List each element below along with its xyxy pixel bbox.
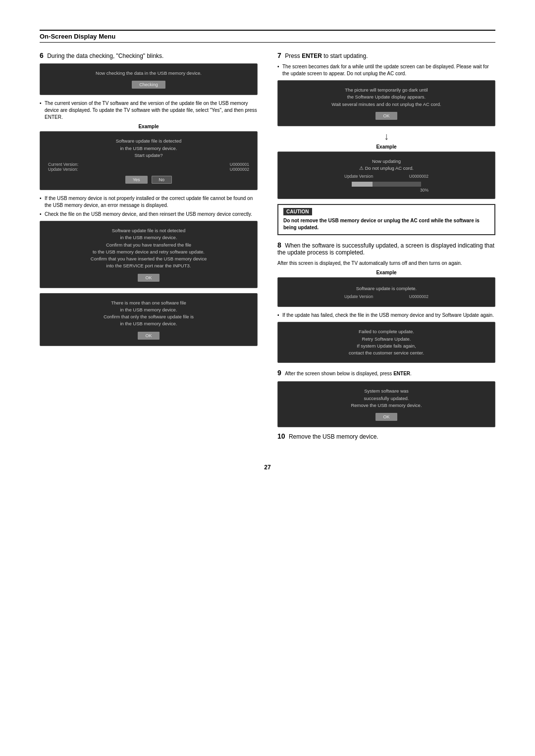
step6-update-version-val: U0000002 [230, 167, 249, 172]
caution-text: Do not remove the USB memory device or u… [283, 217, 489, 231]
step9-num: 9 [277, 369, 281, 377]
step6-screen3: Software update file is not detected in … [40, 221, 258, 288]
step6-s4-l2: in the USB memory device. [104, 306, 194, 313]
step7-s1-l1: The picture will temporarily go dark unt… [331, 87, 441, 94]
step6-yes-btn[interactable]: Yes [125, 176, 148, 184]
step7-screen2: Now updating ⚠ Do not unplug AC cord. Up… [277, 151, 495, 200]
step8-screen1: Software update is complete. Update Vers… [277, 277, 495, 307]
step6-bullet1: The current version of the TV software a… [40, 100, 258, 121]
section-title: On-Screen Display Menu [40, 33, 495, 40]
step6-s3-l5: Confirm that you have inserted the USB m… [91, 255, 207, 262]
step6-screen2-line1: Software update file is detected [116, 138, 182, 145]
step7-num: 7 [277, 51, 281, 59]
step6-s3-l4: to the USB memory device and retry softw… [91, 249, 207, 255]
step6-example-label1: Example [40, 124, 258, 129]
step6-screen1-btn-row: Checking [132, 81, 165, 89]
step6-bullet3: Check the file on the USB memory device,… [40, 211, 258, 218]
step6-s3-l3: Confirm that you have transferred the fi… [91, 242, 207, 249]
step10-heading: 10 Remove the USB memory device. [277, 432, 495, 440]
step6-screen3-ok-btn[interactable]: OK [138, 274, 159, 282]
step6-s3-l6: into the SERVICE port near the INPUT3. [91, 262, 207, 269]
step7-update-version-val: U0000002 [409, 174, 428, 179]
step6-heading: 6 During the data checking, "Checking" b… [40, 51, 258, 59]
step7-update-version-label: Update Version [344, 174, 373, 179]
step10-title: Remove the USB memory device. [289, 433, 378, 440]
step6-num: 6 [40, 51, 44, 59]
step7-s2-l1: Now updating [359, 158, 414, 165]
step8-s2-l4: contact the customer service center. [349, 350, 424, 356]
step6-screen2-line2: in the USB memory device. [116, 145, 182, 152]
step7-bullet1: The screen becomes dark for a while unti… [277, 63, 495, 77]
arrow-down-icon: ↓ [277, 131, 495, 141]
step6-bullet-list-1: The current version of the TV software a… [40, 100, 258, 121]
step6-update-version-label: Update Version: [48, 167, 78, 172]
step6-no-btn[interactable]: No [152, 176, 172, 184]
step10-num: 10 [277, 432, 285, 440]
caution-box: CAUTION Do not remove the USB memory dev… [277, 204, 495, 235]
step6-current-version-val: U0000001 [230, 162, 249, 167]
step8-s2-l1: Failed to complete update. [349, 328, 424, 335]
step8-screen2: Failed to complete update. Retry Softwar… [277, 322, 495, 363]
step8-heading: 8 When the software is successfully upda… [277, 241, 495, 256]
step8-s1-l1: Software update is complete. [356, 285, 417, 292]
step8-bullet1: If the update has failed, check the file… [277, 312, 495, 319]
step6-s4-l4: in the USB memory device. [104, 320, 194, 327]
page-number: 27 [40, 464, 495, 471]
step7-progress-bar [352, 182, 421, 187]
step8-update-version-val: U0000002 [409, 294, 428, 299]
step7-screen1-ok-btn[interactable]: OK [375, 112, 397, 120]
step7-screen1: The picture will temporarily go dark unt… [277, 80, 495, 126]
step8-s2-l3: If system Update fails again, [349, 343, 424, 350]
left-column: 6 During the data checking, "Checking" b… [40, 51, 258, 444]
step6-screen4: There is more than one software file in … [40, 293, 258, 346]
step7-s2-l2: ⚠ Do not unplug AC cord. [359, 165, 414, 172]
step6-screen4-ok-btn[interactable]: OK [138, 332, 159, 340]
step9-s1-l3: Remove the USB memory device. [351, 402, 422, 409]
step7-heading: 7 Press ENTER to start updating. [277, 51, 495, 59]
step6-s4-l1: There is more than one software file [104, 300, 194, 306]
step8-num: 8 [277, 241, 281, 249]
step6-checking-btn[interactable]: Checking [132, 81, 165, 89]
step7-s1-l2: the Software Update display appears. [331, 94, 441, 101]
step6-title: During the data checking, "Checking" bli… [47, 52, 163, 59]
step7-s1-l3: Wait several minutes and do not unplug t… [331, 101, 441, 108]
step8-example-label: Example [277, 270, 495, 275]
section-header: On-Screen Display Menu [40, 30, 495, 43]
step6-screen2: Software update file is detected in the … [40, 131, 258, 190]
step7-example-label: Example [277, 144, 495, 150]
step9-s1-l2: successfully updated. [351, 395, 422, 402]
step8-bullet-list: If the update has failed, check the file… [277, 312, 495, 319]
step9-ok-btn[interactable]: OK [375, 413, 397, 421]
step7-bullet-list: The screen becomes dark for a while unti… [277, 63, 495, 77]
step6-s3-l2: in the USB memory device. [91, 234, 207, 241]
step9-heading: 9 After the screen shown below is displa… [277, 369, 495, 377]
step6-bullet2: If the USB memory device is not properly… [40, 195, 258, 209]
step6-screen1-text: Now checking the data in the USB memory … [96, 70, 202, 77]
step9-s1-l1: System software was [351, 388, 422, 395]
step6-current-version-label: Current Version: [48, 162, 78, 167]
caution-title: CAUTION [283, 208, 312, 215]
step6-s3-l1: Software update file is not detected [91, 227, 207, 234]
step6-s4-l3: Confirm that only the software update fi… [104, 313, 194, 320]
step8-body: After this screen is displayed, the TV a… [277, 260, 495, 267]
main-content: 6 During the data checking, "Checking" b… [40, 51, 495, 444]
step6-screen2-line3: Start update? [116, 152, 182, 159]
step6-bullet-list-2: If the USB memory device is not properly… [40, 195, 258, 218]
step7-progress-fill [352, 182, 373, 187]
step8-s2-l2: Retry Software Update. [349, 336, 424, 343]
step8-title: When the software is successfully update… [277, 242, 494, 256]
right-column: 7 Press ENTER to start updating. The scr… [277, 51, 495, 444]
step7-progress-pct: 30% [344, 188, 428, 193]
step8-update-version-label: Update Version [344, 294, 373, 299]
step9-screen1: System software was successfully updated… [277, 381, 495, 427]
step6-screen1: Now checking the data in the USB memory … [40, 63, 258, 95]
